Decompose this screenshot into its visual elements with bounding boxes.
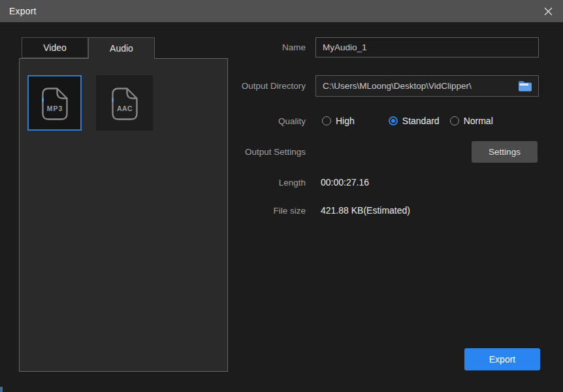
file-size-label: File size xyxy=(231,206,306,216)
radio-icon-standard-selected xyxy=(389,116,398,125)
quality-standard-label: Standard xyxy=(402,116,440,126)
tab-audio[interactable]: Audio xyxy=(88,37,155,59)
dialog-title: Export xyxy=(9,6,37,16)
quality-normal-label: Normal xyxy=(464,116,493,126)
folder-icon xyxy=(518,80,532,92)
output-settings-label: Output Settings xyxy=(231,147,306,157)
close-icon xyxy=(544,7,553,16)
quality-row: Quality High Standard Normal xyxy=(231,112,539,130)
aac-file-icon: AAC xyxy=(108,86,141,121)
length-value: 00:00:27.16 xyxy=(315,177,369,188)
quality-high-label: High xyxy=(336,116,355,126)
export-button[interactable]: Export xyxy=(464,348,540,370)
name-row: Name xyxy=(231,37,539,57)
browse-folder-button[interactable] xyxy=(517,79,533,93)
tab-video[interactable]: Video xyxy=(22,37,88,58)
file-size-value: 421.88 KB(Estimated) xyxy=(315,205,410,216)
radio-icon-normal xyxy=(450,116,459,125)
settings-button[interactable]: Settings xyxy=(472,141,538,163)
format-panel: MP3 AAC xyxy=(19,58,228,372)
quality-radio-standard[interactable]: Standard xyxy=(389,116,440,126)
tab-video-label: Video xyxy=(43,42,67,53)
quality-radio-normal[interactable]: Normal xyxy=(450,116,493,126)
name-label: Name xyxy=(231,42,306,52)
format-tile-aac[interactable]: AAC xyxy=(96,75,153,131)
mp3-file-icon: MP3 xyxy=(39,86,71,121)
output-directory-path: C:\Users\MLoong\Desktop\VidClipper\ xyxy=(323,81,517,91)
file-size-row: File size 421.88 KB(Estimated) xyxy=(231,201,539,220)
export-dialog: Export Video Audio MP3 xyxy=(0,0,563,392)
format-tile-mp3[interactable]: MP3 xyxy=(27,75,82,131)
screen-edge-artifact xyxy=(0,387,3,392)
output-directory-label: Output Directory xyxy=(231,81,306,91)
radio-icon-high xyxy=(322,116,331,125)
titlebar[interactable]: Export xyxy=(0,0,563,22)
output-directory-row: Output Directory C:\Users\MLoong\Desktop… xyxy=(231,75,539,97)
length-label: Length xyxy=(231,178,306,188)
tab-audio-label: Audio xyxy=(110,43,133,54)
name-input[interactable] xyxy=(315,37,539,57)
quality-label: Quality xyxy=(231,116,306,126)
quality-radio-high[interactable]: High xyxy=(322,116,355,126)
close-button[interactable] xyxy=(533,0,563,22)
output-directory-field[interactable]: C:\Users\MLoong\Desktop\VidClipper\ xyxy=(315,75,539,97)
mp3-format-label: MP3 xyxy=(46,105,63,112)
length-row: Length 00:00:27.16 xyxy=(231,173,539,191)
output-settings-row: Output Settings Settings xyxy=(231,141,539,163)
aac-format-label: AAC xyxy=(116,105,132,112)
